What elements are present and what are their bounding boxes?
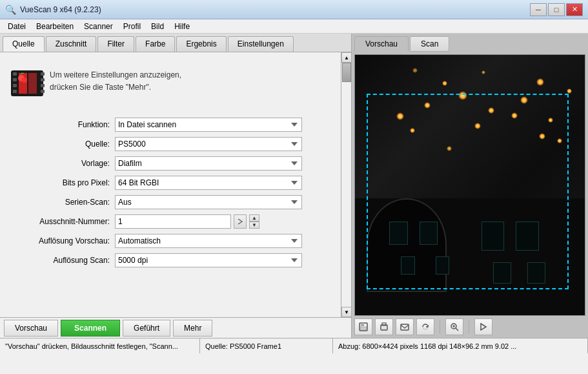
scroll-thumb[interactable] xyxy=(342,63,351,82)
ausschnitt-row: Ausschnitt-Nummer: ▲ ▼ xyxy=(0,214,351,229)
spinner-up[interactable]: ▲ xyxy=(249,214,259,222)
preview-tabs: Vorschau Scan xyxy=(354,36,585,52)
serien-select[interactable]: Aus xyxy=(115,195,302,209)
menu-bearbeiten[interactable]: Bearbeiten xyxy=(31,21,79,32)
light-8 xyxy=(474,123,481,129)
menu-profil[interactable]: Profil xyxy=(118,21,146,32)
menu-scanner[interactable]: Scanner xyxy=(79,21,118,32)
print-icon-btn[interactable] xyxy=(375,318,393,335)
light-5 xyxy=(520,96,528,104)
svg-rect-2 xyxy=(13,78,17,81)
scrollbar[interactable]: ▲ ▼ xyxy=(341,52,351,317)
vorschau-button[interactable]: Vorschau xyxy=(4,320,58,337)
tab-farbe[interactable]: Farbe xyxy=(136,36,175,52)
svg-rect-6 xyxy=(41,78,45,81)
status-bar: "Vorschau" drücken, Bildausschnitt festl… xyxy=(0,338,588,353)
light-12 xyxy=(536,78,544,86)
scroll-up-arrow[interactable]: ▲ xyxy=(341,52,351,63)
print-icon xyxy=(379,322,389,332)
arrow-icon-btn[interactable] xyxy=(474,318,492,335)
mehr-button[interactable]: Mehr xyxy=(173,320,212,337)
svg-point-12 xyxy=(22,78,27,83)
funktion-select[interactable]: In Datei scannen xyxy=(115,118,302,132)
light-3 xyxy=(458,91,467,100)
vorlage-select[interactable]: Diafilm xyxy=(115,156,302,171)
ausschnitt-slider[interactable] xyxy=(234,214,247,229)
aufloesung-vorschau-select[interactable]: Automatisch xyxy=(115,234,302,248)
main-content: Quelle Zuschnitt Filter Farbe Ergebnis E… xyxy=(0,34,588,338)
minimize-button[interactable]: ─ xyxy=(530,3,547,16)
svg-rect-5 xyxy=(41,72,45,76)
svg-rect-3 xyxy=(13,84,17,87)
spinner-down[interactable]: ▼ xyxy=(249,222,259,229)
tab-ergebnis[interactable]: Ergebnis xyxy=(176,36,226,52)
separator-1 xyxy=(440,320,440,333)
preview-tab-scan[interactable]: Scan xyxy=(410,36,449,52)
serien-label: Serien-Scan: xyxy=(6,198,110,207)
light-13 xyxy=(567,88,572,94)
svg-rect-19 xyxy=(401,324,409,330)
aufloesung-scan-row: Auflösung Scan: 5000 dpi xyxy=(0,253,351,267)
scroll-down-arrow[interactable]: ▼ xyxy=(341,307,351,317)
film-strip-icon xyxy=(8,64,50,106)
email-icon-btn[interactable] xyxy=(396,318,414,335)
scannen-button[interactable]: Scannen xyxy=(61,320,120,337)
title-bar-left: 🔍 VueScan 9 x64 (9.2.23) xyxy=(5,5,101,15)
status-left: "Vorschau" drücken, Bildausschnitt festl… xyxy=(0,338,200,353)
svg-rect-18 xyxy=(382,327,386,329)
svg-rect-4 xyxy=(13,90,17,93)
quelle-select[interactable]: PS5000 xyxy=(115,137,302,151)
bits-select[interactable]: 64 Bit RGBI xyxy=(115,176,302,190)
light-6 xyxy=(548,118,553,123)
maximize-button[interactable]: □ xyxy=(548,3,565,16)
vorlage-row: Vorlage: Diafilm xyxy=(0,156,351,171)
info-text: Um weitere Einstellungen anzuzeigen,drüc… xyxy=(50,64,181,94)
light-7 xyxy=(410,128,415,133)
status-mid: Quelle: PS5000 Frame1 xyxy=(200,338,333,353)
status-right: Abzug: 6800×4424 pixels 1168 dpi 148×96.… xyxy=(333,338,588,353)
ausschnitt-input[interactable] xyxy=(115,214,231,229)
app-icon: 🔍 xyxy=(5,5,16,15)
tab-quelle[interactable]: Quelle xyxy=(3,36,45,52)
zoom-icon-btn[interactable] xyxy=(445,318,463,335)
gefuehrt-button[interactable]: Geführt xyxy=(123,320,170,337)
tab-einstellungen[interactable]: Einstellungen xyxy=(228,36,294,52)
funktion-row: Funktion: In Datei scannen xyxy=(0,118,351,132)
save-icon-btn[interactable] xyxy=(354,318,372,335)
title-bar: 🔍 VueScan 9 x64 (9.2.23) ─ □ ✕ xyxy=(0,0,588,19)
svg-rect-7 xyxy=(41,84,45,87)
icon-bar xyxy=(354,316,585,335)
aufloesung-vorschau-row: Auflösung Vorschau: Automatisch xyxy=(0,234,351,248)
rotate-icon-btn[interactable] xyxy=(416,318,434,335)
preview-tab-vorschau[interactable]: Vorschau xyxy=(354,36,409,52)
light-17 xyxy=(412,68,418,73)
aufloesung-scan-select[interactable]: 5000 dpi xyxy=(115,253,302,267)
bits-label: Bits pro Pixel: xyxy=(6,178,110,187)
ausschnitt-label: Ausschnitt-Nummer: xyxy=(6,217,110,226)
light-16 xyxy=(447,146,452,151)
film-icon xyxy=(8,64,50,106)
tab-filter[interactable]: Filter xyxy=(97,36,134,52)
svg-line-21 xyxy=(456,328,458,331)
right-panel: Vorschau Scan xyxy=(352,34,588,338)
svg-rect-15 xyxy=(360,327,367,330)
save-icon xyxy=(358,322,369,332)
aufloesung-vorschau-label: Auflösung Vorschau: xyxy=(6,236,110,245)
bits-row: Bits pro Pixel: 64 Bit RGBI xyxy=(0,176,351,190)
menu-bild[interactable]: Bild xyxy=(146,21,169,32)
svg-rect-14 xyxy=(361,323,364,326)
light-4 xyxy=(488,107,494,114)
ausschnitt-controls: ▲ ▼ xyxy=(115,214,259,229)
email-icon xyxy=(400,322,410,332)
tab-zuschnitt[interactable]: Zuschnitt xyxy=(46,36,97,52)
close-button[interactable]: ✕ xyxy=(566,3,583,16)
menu-hilfe[interactable]: Hilfe xyxy=(169,21,195,32)
menu-datei[interactable]: Datei xyxy=(3,21,31,32)
vorlage-label: Vorlage: xyxy=(6,159,110,168)
icon-toolbar xyxy=(354,318,492,335)
svg-rect-10 xyxy=(28,73,37,94)
ausschnitt-spinner: ▲ ▼ xyxy=(249,214,259,229)
menu-bar: Datei Bearbeiten Scanner Profil Bild Hil… xyxy=(0,19,588,34)
svg-rect-8 xyxy=(41,90,45,93)
serien-row: Serien-Scan: Aus xyxy=(0,195,351,209)
